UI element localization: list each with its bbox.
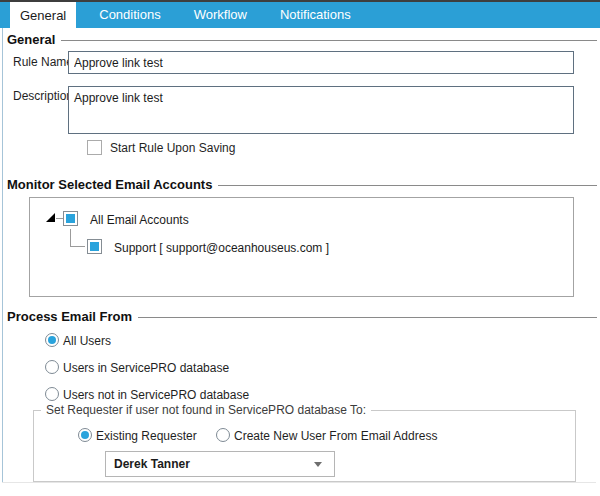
start-rule-checkbox[interactable] [87, 140, 102, 155]
radio-all-users-label[interactable]: All Users [63, 334, 111, 348]
general-section-heading: General [7, 31, 597, 47]
set-requester-group-title: Set Requester if user not found in Servi… [41, 403, 371, 417]
description-label: Description: [13, 89, 76, 103]
tree-connector [56, 218, 63, 219]
monitor-heading-text: Monitor Selected Email Accounts [7, 177, 212, 192]
process-heading-text: Process Email From [7, 309, 132, 324]
start-rule-checkbox-label[interactable]: Start Rule Upon Saving [110, 141, 235, 155]
general-heading-text: General [7, 32, 55, 47]
tree-connector [70, 246, 85, 247]
radio-users-in-db-label[interactable]: Users in ServicePRO database [63, 361, 229, 375]
radio-create-new-user[interactable] [216, 428, 230, 442]
radio-create-new-user-label[interactable]: Create New User From Email Address [234, 429, 437, 443]
radio-users-not-in-db-label[interactable]: Users not in ServicePRO database [63, 388, 249, 402]
monitor-section-heading: Monitor Selected Email Accounts [7, 176, 597, 192]
radio-users-not-in-db[interactable] [45, 387, 59, 401]
set-requester-groupbox: Set Requester if user not found in Servi… [33, 410, 576, 482]
email-accounts-tree: All Email Accounts Support [ support@oce… [29, 197, 574, 297]
page-left-border [2, 28, 3, 482]
page-bottom-border [2, 482, 596, 483]
radio-existing-requester[interactable] [78, 428, 92, 442]
all-email-accounts-checkbox[interactable] [63, 211, 78, 226]
email-rule-dialog: General Conditions Workflow Notification… [0, 0, 600, 496]
tab-bar: General Conditions Workflow Notification… [0, 0, 600, 28]
support-account-checkbox[interactable] [87, 239, 102, 254]
description-input[interactable]: Approve link test [68, 86, 574, 134]
window-top-edge [0, 0, 600, 2]
heading-rule-line [138, 317, 597, 318]
radio-all-users[interactable] [45, 333, 59, 347]
heading-rule-line [61, 40, 597, 41]
radio-existing-requester-label[interactable]: Existing Requester [96, 429, 197, 443]
rule-name-input[interactable] [68, 51, 574, 74]
expanded-triangle-icon[interactable] [46, 213, 55, 222]
rule-name-label: Rule Name: [13, 55, 76, 69]
tree-node-support-account[interactable]: Support [ support@oceanhouseus.com ] [114, 241, 329, 255]
tab-general[interactable]: General [10, 2, 76, 28]
chevron-down-icon[interactable] [314, 462, 322, 467]
tab-notifications[interactable]: Notifications [270, 0, 361, 28]
tree-connector [70, 229, 71, 247]
tree-node-all-accounts[interactable]: All Email Accounts [90, 213, 189, 227]
requester-dropdown[interactable]: Derek Tanner [105, 451, 335, 477]
radio-users-in-db[interactable] [45, 360, 59, 374]
tab-conditions[interactable]: Conditions [89, 0, 170, 28]
requester-dropdown-value: Derek Tanner [114, 457, 314, 471]
process-section-heading: Process Email From [7, 308, 597, 324]
tab-workflow[interactable]: Workflow [184, 0, 257, 28]
heading-rule-line [218, 185, 597, 186]
